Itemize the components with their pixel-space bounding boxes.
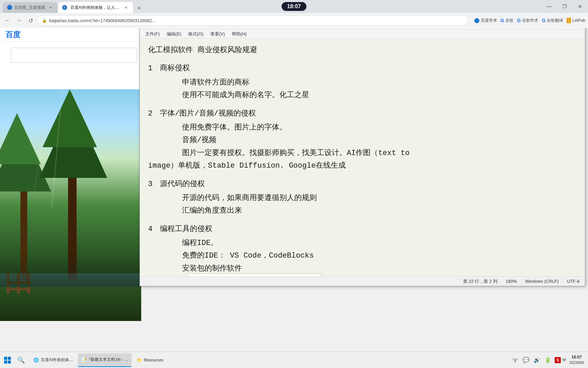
bookmark-google-xueshu[interactable]: G 谷歌学术 <box>517 18 538 24</box>
taskbar-item-resources[interactable]: 📁 Resources <box>133 353 167 367</box>
taskbar-date: 2023/6/8 <box>569 360 584 365</box>
baidu-search-input[interactable] <box>11 48 137 63</box>
browser-taskbar-icon: 🌐 <box>33 357 39 363</box>
google-icon: G <box>501 18 504 23</box>
time-text: 18:07 <box>287 3 301 9</box>
svg-rect-0 <box>4 357 7 360</box>
forward-button[interactable]: → <box>14 16 24 25</box>
section-1-item-2: 使用不可能成为商标的名字。化工之星 <box>148 89 577 102</box>
section-4-item-3: 安装包的制作软件 <box>148 262 577 275</box>
notepad-menubar: 文件(F) 编辑(E) 格式(O) 查看(V) 帮助(H) <box>140 30 585 39</box>
tab2-close[interactable]: ✕ <box>124 5 129 10</box>
section-1: 1 商标侵权 申请软件方面的商标 使用不可能成为商标的名字。化工之星 <box>148 62 577 102</box>
tab1-favicon: 🔵 <box>7 5 12 10</box>
anime-forest-image <box>0 89 141 321</box>
section-1-title: 1 商标侵权 <box>148 62 577 75</box>
svg-rect-3 <box>8 361 11 364</box>
chrome-minimize[interactable]: — <box>541 1 557 12</box>
google-translate-label: 谷歌翻译 <box>547 18 563 24</box>
back-button[interactable]: ← <box>3 16 12 25</box>
browser-taskbar-label: 百度AI作画初体… <box>41 357 73 363</box>
wifi-icon <box>512 357 518 363</box>
google-xueshu-label: 谷歌学术 <box>522 18 538 24</box>
refresh-button[interactable]: ↺ <box>26 16 35 25</box>
taskbar-search-button[interactable]: 🔍 <box>15 354 27 366</box>
menu-view[interactable]: 查看(V) <box>208 30 228 38</box>
svg-point-4 <box>515 361 516 362</box>
bookmark-baidu-xueshu[interactable]: 🔵 百度学术 <box>474 18 497 24</box>
taskbar: 🔍 🌐 百度AI作画初体… 📝 *新建文本文档.txt - … 📁 Resour… <box>0 352 588 368</box>
menu-help[interactable]: 帮助(H) <box>229 30 249 38</box>
section-1-item-1: 申请软件方面的商标 <box>148 76 577 89</box>
section-3: 3 源代码的侵权 开源的代码，如果商用要遵循别人的规则 汇编的角度查出来 <box>148 178 577 217</box>
section-4-item-1: 编程IDE。 <box>148 237 577 249</box>
notepad-taskbar-label: *新建文本文档.txt - … <box>89 357 128 363</box>
google-xueshu-icon: G <box>517 18 521 23</box>
ime-indicator-shuang: S <box>555 357 561 363</box>
notepad-taskbar-icon: 📝 <box>81 357 87 362</box>
baidu-logo: 百度 <box>5 30 20 40</box>
taskbar-items: 🌐 百度AI作画初体… 📝 *新建文本文档.txt - … 📁 Resource… <box>27 353 507 367</box>
svg-rect-2 <box>4 361 7 364</box>
notepad-statusbar: 第 22 行，第 2 列 180% Windows (CRLF) UTF-8 <box>140 276 585 286</box>
menu-format[interactable]: 格式(O) <box>185 30 206 38</box>
speaker-tray-icon[interactable]: 🔊 <box>533 356 541 364</box>
menu-edit[interactable]: 编辑(E) <box>164 30 184 38</box>
section-2-item-3: 图片一定要有授权。找摄影师购买，找美工设计。AI作图（text to <box>148 147 577 159</box>
letpub-icon: L <box>567 18 571 23</box>
svg-rect-1 <box>8 357 11 360</box>
letpub-label: LetPub <box>572 18 585 23</box>
tab-1[interactable]: 🔵 百度图_百度搜索 ✕ <box>3 2 58 13</box>
chrome-restore[interactable]: ❐ <box>557 1 572 12</box>
resources-taskbar-icon: 📁 <box>136 357 142 363</box>
section-3-item-2: 汇编的角度查出来 <box>148 204 577 217</box>
autocomplete-popup[interactable]: sh 1.是 2.时候 3.时 4.上 5.↑ ‹ › S <box>187 274 322 276</box>
section-2-item-2: 音频/视频 <box>148 134 577 147</box>
google-label: 谷歌 <box>505 18 513 24</box>
resources-taskbar-label: Resources <box>144 358 163 363</box>
section-3-title: 3 源代码的侵权 <box>148 178 577 190</box>
bookmark-google-translate[interactable]: G 谷歌翻译 <box>542 18 563 24</box>
notepad-window: 📝 *新建文本文档.txt - 记事本 — □ ✕ 文件(F) 编辑(E) 格式… <box>140 17 585 286</box>
notepad-content-area[interactable]: 化工模拟软件 商业侵权风险规避 1 商标侵权 申请软件方面的商标 使用不可能成为… <box>140 39 585 276</box>
section-4-title: 4 编程工具的侵权 <box>148 223 577 235</box>
baidu-page: 百度 <box>0 28 141 321</box>
address-bar[interactable]: 🔒 baijiahao.baidu.com/s?id=1749068496209… <box>37 15 469 26</box>
baidu-header: 百度 <box>0 28 141 42</box>
zoom-level: 180% <box>506 279 517 284</box>
battery-tray-icon[interactable]: 🔋 <box>544 356 552 364</box>
section-2-item-1: 使用免费字体。图片上的字体。 <box>148 121 577 134</box>
taskbar-item-notepad[interactable]: 📝 *新建文本文档.txt - … <box>78 353 131 367</box>
baidu-xueshu-icon: 🔵 <box>474 18 479 23</box>
cursor-position: 第 22 行，第 2 列 <box>463 278 497 285</box>
taskbar-time: 18:07 <box>569 354 584 360</box>
bookmark-google[interactable]: G 谷歌 <box>501 18 514 24</box>
windows-logo-icon <box>3 356 12 364</box>
baidu-search-area <box>0 42 141 69</box>
section-2: 2 字体/图片/音频/视频的侵权 使用免费字体。图片上的字体。 音频/视频 图片… <box>148 107 577 172</box>
bookmark-letpub[interactable]: L LetPub <box>567 18 585 23</box>
start-button[interactable] <box>0 353 15 368</box>
section-4: 4 编程工具的侵权 编程IDE。 免费的IDE： VS Code，CodeBlo… <box>148 223 577 275</box>
section-2-title: 2 字体/图片/音频/视频的侵权 <box>148 107 577 120</box>
ime-logo: S <box>307 276 319 276</box>
navigation-bar: ← → ↺ 🔒 baijiahao.baidu.com/s?id=1749068… <box>0 13 588 28</box>
encoding: UTF-8 <box>567 279 579 284</box>
menu-file[interactable]: 文件(F) <box>143 30 163 38</box>
tab1-close[interactable]: ✕ <box>48 5 53 10</box>
tab2-label: 百度AI作画初体验，让人的心情… <box>70 5 121 11</box>
taskbar-clock[interactable]: 18:07 2023/6/8 <box>569 354 584 365</box>
wechat-tray-icon[interactable]: 💬 <box>522 356 530 364</box>
tab-2[interactable]: B 百度AI作画初体验，让人的心情… ✕ <box>58 2 133 13</box>
section-3-item-1: 开源的代码，如果商用要遵循别人的规则 <box>148 192 577 204</box>
tab1-label: 百度图_百度搜索 <box>14 5 45 11</box>
chrome-close[interactable]: ✕ <box>572 1 588 12</box>
network-tray-icon[interactable] <box>511 356 519 364</box>
line-ending: Windows (CRLF) <box>525 279 559 284</box>
ime-zh-label: 中 <box>562 357 567 363</box>
ssl-lock-icon: 🔒 <box>42 18 47 23</box>
time-badge: 18:07 <box>282 2 307 11</box>
ime-status[interactable]: S 中 <box>555 357 567 363</box>
taskbar-item-browser[interactable]: 🌐 百度AI作画初体… <box>30 353 77 367</box>
new-tab-button[interactable]: + <box>134 3 144 13</box>
